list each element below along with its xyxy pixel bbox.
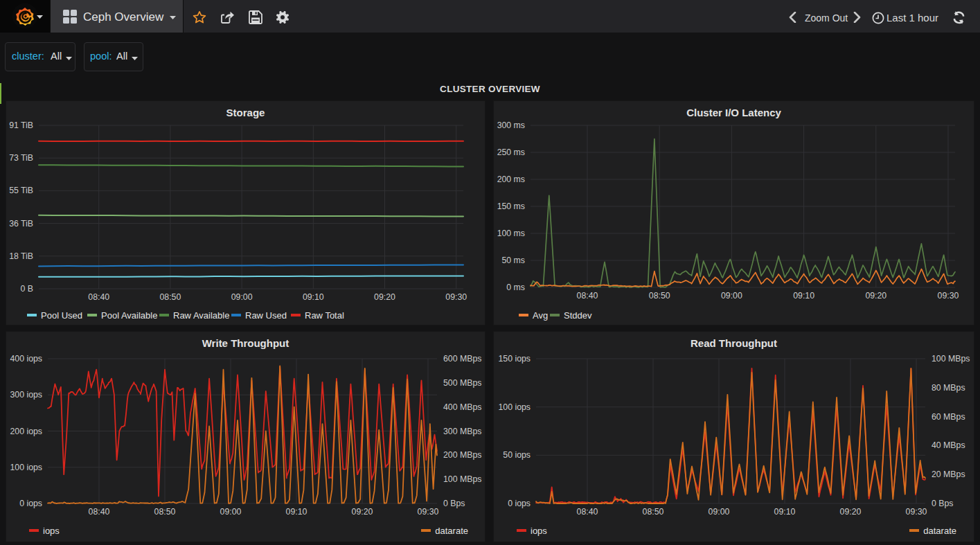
svg-text:200 ms: 200 ms <box>497 175 525 184</box>
svg-text:09:20: 09:20 <box>840 507 862 517</box>
svg-text:100 ms: 100 ms <box>497 229 525 238</box>
svg-text:500 MBps: 500 MBps <box>443 378 481 388</box>
svg-text:40 MBps: 40 MBps <box>932 440 965 450</box>
svg-text:100 iops: 100 iops <box>499 402 531 412</box>
svg-text:80 MBps: 80 MBps <box>932 383 965 393</box>
svg-text:0 ms: 0 ms <box>506 283 525 292</box>
svg-text:08:40: 08:40 <box>88 292 109 302</box>
svg-text:55 TiB: 55 TiB <box>9 186 33 195</box>
svg-text:0 iops: 0 iops <box>508 499 531 508</box>
svg-text:08:40: 08:40 <box>89 507 110 517</box>
svg-text:91 TiB: 91 TiB <box>9 120 33 130</box>
svg-text:08:50: 08:50 <box>643 507 664 517</box>
svg-text:300 ms: 300 ms <box>497 120 525 130</box>
svg-text:09:20: 09:20 <box>374 292 395 302</box>
svg-text:200 MBps: 200 MBps <box>443 450 481 460</box>
svg-text:100 iops: 100 iops <box>10 463 43 472</box>
svg-text:100 MBps: 100 MBps <box>932 354 970 364</box>
svg-text:60 MBps: 60 MBps <box>932 412 965 422</box>
svg-text:09:30: 09:30 <box>906 507 927 517</box>
svg-text:600 MBps: 600 MBps <box>443 354 481 364</box>
svg-text:09:00: 09:00 <box>709 507 730 517</box>
svg-text:09:00: 09:00 <box>231 292 253 302</box>
svg-text:200 iops: 200 iops <box>10 427 43 436</box>
svg-text:300 iops: 300 iops <box>10 390 43 400</box>
svg-text:400 iops: 400 iops <box>10 354 43 364</box>
svg-text:09:10: 09:10 <box>303 292 324 302</box>
svg-text:09:10: 09:10 <box>774 507 796 517</box>
svg-text:18 TiB: 18 TiB <box>9 251 33 261</box>
svg-text:09:00: 09:00 <box>721 291 742 301</box>
svg-text:08:40: 08:40 <box>577 291 598 301</box>
svg-text:0 B: 0 B <box>21 284 33 294</box>
svg-text:50 iops: 50 iops <box>503 450 531 460</box>
svg-text:0 Bps: 0 Bps <box>443 499 465 508</box>
svg-text:09:10: 09:10 <box>793 291 814 301</box>
svg-text:09:30: 09:30 <box>445 292 467 302</box>
svg-text:150 iops: 150 iops <box>499 354 531 364</box>
svg-text:250 ms: 250 ms <box>497 148 525 157</box>
svg-text:09:00: 09:00 <box>220 507 242 517</box>
svg-text:50 ms: 50 ms <box>502 256 526 265</box>
svg-text:08:50: 08:50 <box>154 507 176 517</box>
svg-text:73 TiB: 73 TiB <box>9 153 33 163</box>
svg-text:09:20: 09:20 <box>865 291 887 301</box>
svg-text:0 iops: 0 iops <box>19 499 42 508</box>
svg-text:20 MBps: 20 MBps <box>932 470 965 479</box>
svg-text:0 Bps: 0 Bps <box>932 499 953 508</box>
svg-text:09:30: 09:30 <box>418 507 439 517</box>
svg-text:08:50: 08:50 <box>649 291 670 301</box>
svg-text:400 MBps: 400 MBps <box>443 402 481 412</box>
svg-text:300 MBps: 300 MBps <box>443 427 481 436</box>
svg-text:150 ms: 150 ms <box>497 202 525 211</box>
svg-text:08:50: 08:50 <box>160 292 181 302</box>
svg-text:09:30: 09:30 <box>938 291 959 301</box>
svg-text:100 MBps: 100 MBps <box>443 474 481 484</box>
svg-text:36 TiB: 36 TiB <box>9 219 33 229</box>
svg-text:09:20: 09:20 <box>352 507 373 517</box>
svg-text:09:10: 09:10 <box>286 507 308 517</box>
svg-text:08:40: 08:40 <box>577 507 598 517</box>
